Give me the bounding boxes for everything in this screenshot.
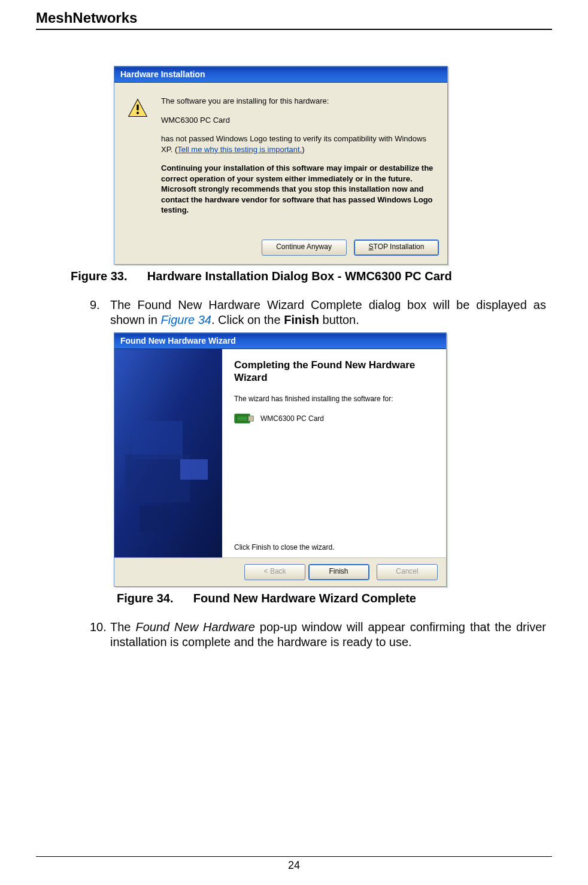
install-hwname: WMC6300 PC Card — [161, 115, 434, 126]
continue-anyway-button[interactable]: Continue Anyway — [262, 240, 347, 256]
svg-point-2 — [137, 112, 139, 114]
svg-rect-1 — [137, 104, 138, 110]
dialog2-title: Found New Hardware Wizard — [114, 333, 446, 349]
step-10-italic: Found New Hardware — [135, 620, 254, 634]
found-new-hardware-wizard-dialog: Found New Hardware Wizard — [114, 332, 447, 587]
install-line1: The software you are installing for this… — [161, 96, 434, 107]
pc-card-icon — [234, 410, 254, 427]
svg-rect-4 — [132, 421, 183, 459]
step-10-text: The Found New Hardware pop-up window wil… — [110, 620, 546, 650]
step-10-number: 10. — [90, 620, 110, 650]
wizard-sidebar-graphic — [114, 349, 222, 557]
wizard-line2: Click Finish to close the wizard. — [234, 543, 435, 551]
install-warning: Continuing your installation of this sof… — [161, 163, 434, 216]
svg-rect-5 — [125, 454, 190, 502]
figure-33-label: Figure 33. — [71, 269, 127, 283]
install-line2: has not passed Windows Logo testing to v… — [161, 134, 434, 154]
figure-33-text: Hardware Installation Dialog Box - WMC63… — [147, 269, 452, 283]
dialog-title: Hardware Installation — [114, 66, 447, 83]
page-number: 24 — [36, 856, 552, 872]
wizard-hwname: WMC6300 PC Card — [260, 414, 324, 423]
finish-button[interactable]: Finish — [308, 564, 369, 580]
step-9-b: . Click on the — [211, 313, 284, 326]
warning-icon — [128, 98, 148, 119]
wizard-line1: The wizard has finished installing the s… — [234, 395, 435, 403]
hardware-installation-dialog: Hardware Installation The software you a… — [114, 66, 448, 265]
step-9-bold: Finish — [284, 313, 319, 326]
logo-testing-link[interactable]: Tell me why this testing is important. — [177, 145, 302, 154]
wizard-heading: Completing the Found New Hardware Wizard — [234, 359, 435, 384]
svg-rect-6 — [180, 459, 208, 480]
page-header: MeshNetworks — [36, 10, 552, 30]
step-10-a: The — [110, 620, 135, 634]
figure-34-text: Found New Hardware Wizard Complete — [193, 592, 416, 605]
svg-rect-9 — [248, 416, 254, 422]
step-9-c: button. — [319, 313, 359, 326]
cancel-button: Cancel — [377, 564, 438, 580]
step-9-text: The Found New Hardware Wizard Complete d… — [110, 298, 546, 328]
back-button: < Back — [244, 564, 305, 580]
step-9-number: 9. — [90, 298, 110, 328]
figure-34-ref[interactable]: Figure 34 — [161, 313, 212, 326]
figure-34-label: Figure 34. — [117, 592, 173, 605]
install-line2b: ) — [302, 145, 304, 154]
stop-installation-button[interactable]: STOP Installation — [354, 240, 439, 256]
